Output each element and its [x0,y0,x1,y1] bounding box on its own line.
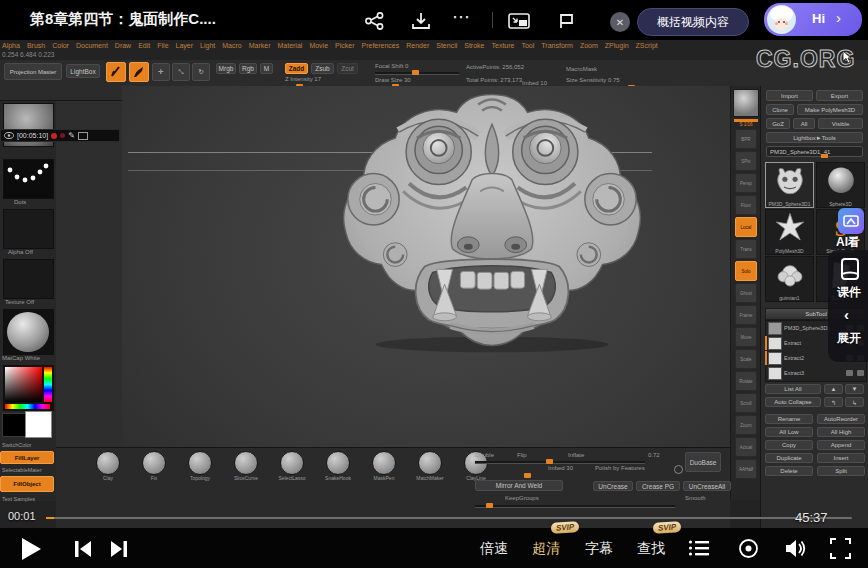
goz-visible-button[interactable]: Visible [818,118,863,129]
subtool-paint-toggle[interactable] [857,370,864,376]
courseware-label[interactable]: 课件 [837,284,861,301]
bottom-brush-slicecurve[interactable]: SliceCurve [224,451,268,481]
ai-assistant-icon[interactable] [838,208,864,234]
next-episode-button[interactable] [108,539,130,559]
menu-file[interactable]: File [157,40,168,51]
share-icon[interactable] [364,12,386,30]
hue-strip-horizontal[interactable] [5,404,50,409]
subtool-up-button[interactable]: ▲ [824,384,843,394]
subtool-all-high-button[interactable]: All High [817,427,865,437]
download-icon[interactable] [410,12,432,30]
user-avatar-pill[interactable]: Hi › [764,3,862,36]
close-summary-button[interactable]: ✕ [610,12,630,32]
imbed30-slider-label[interactable]: Imbed 30 [548,465,573,471]
right-shelf-ghost-button[interactable]: Ghost [735,283,757,303]
mrgb-button[interactable]: Mrgb [216,63,236,74]
menu-preferences[interactable]: Preferences [362,40,400,51]
record-dot2-icon[interactable] [60,133,65,138]
previous-episode-button[interactable] [72,539,94,559]
duobase-button[interactable]: DuoBase [685,452,721,472]
subtool-eye-toggle[interactable] [846,370,853,376]
subtool-append-button[interactable]: Append [817,440,865,450]
tool-polymesh3d[interactable]: PolyMesh3D [765,209,814,255]
scale-mode-button[interactable]: ⤡ [172,63,190,81]
menu-light[interactable]: Light [200,40,215,51]
subtitle-button[interactable]: 字幕 [585,540,613,558]
menu-alpha[interactable]: Alpha [2,40,20,51]
region-icon[interactable] [78,132,88,140]
focal-shift-knob[interactable] [412,70,419,75]
z-intensity-slider-label[interactable]: Z Intensity 17 [285,76,321,82]
fullscreen-icon[interactable] [830,538,851,559]
record-dot-icon[interactable] [51,133,57,139]
hue-strip[interactable] [44,367,52,402]
menu-zplugin[interactable]: ZPlugin [605,40,629,51]
imbed30-knob[interactable] [524,473,531,478]
tool-pm3d_sphere3d1[interactable]: PM3D_Sphere3D1 [765,162,814,208]
bottom-brush-maskpen[interactable]: MaskPen [362,451,406,481]
menu-marker[interactable]: Marker [249,40,271,51]
ai-label[interactable]: AI看 [836,234,860,251]
mirror-and-weld-button[interactable]: Mirror And Weld [475,480,563,491]
subtool-item[interactable]: Extract3 [766,366,866,381]
right-shelf-solo-button[interactable]: Solo [735,261,757,281]
right-shelf-frame-button[interactable]: Frame [735,305,757,325]
selectable-material-label[interactable]: SelectableMater [2,467,42,473]
menu-texture[interactable]: Texture [491,40,514,51]
preview-material-thumbnail[interactable] [733,89,759,117]
m-button[interactable]: M [260,63,273,74]
flip-label[interactable]: Flip [517,452,527,458]
fill-object-button[interactable]: FillObject [0,476,54,492]
texture-thumbnail[interactable] [3,259,54,299]
material-thumbnail[interactable] [3,309,54,355]
double-label[interactable]: Double [475,452,494,458]
keep-groups-label[interactable]: KeepGroups [505,495,539,501]
menu-tool[interactable]: Tool [521,40,534,51]
right-shelf-local-button[interactable]: Local [735,217,757,237]
goz-all-button[interactable]: All [793,118,815,129]
tool-sphere3d[interactable]: Sphere3D [816,162,865,208]
crease-pg-button[interactable]: Crease PG [636,481,680,491]
menu-zoom[interactable]: Zoom [580,40,598,51]
expand-label[interactable]: 展开 [837,330,861,347]
bottom-brush-matchmaker[interactable]: MatchMaker [408,451,452,481]
right-shelf-aahalf-button[interactable]: AAHalf [735,459,757,479]
make-polymesh3d-button[interactable]: Make PolyMesh3D [797,104,863,115]
right-shelf-scroll-button[interactable]: Scroll [735,393,757,413]
draw-mode-button[interactable] [129,62,149,82]
rotate-mode-button[interactable]: ↻ [192,63,210,81]
edit-mode-button[interactable] [106,62,126,82]
zadd-button[interactable]: Zadd [285,63,308,74]
draw-size-slider-label[interactable]: Draw Size 30 [375,77,411,83]
quality-button[interactable]: 超清 [532,540,560,558]
right-shelf-zoom-button[interactable]: Zoom [735,415,757,435]
export-button[interactable]: Export [816,90,863,101]
subtool-insert-button[interactable]: Insert [817,453,865,463]
projection-master-button[interactable]: Projection Master [4,63,62,80]
lightbox-tools-button[interactable]: Lightbox►Tools [766,132,863,143]
lightbox-button[interactable]: LightBox [66,64,100,78]
stroke-thumbnail[interactable] [3,159,54,199]
goz-button[interactable]: GoZ [766,118,790,129]
subtool-autoreorder-button[interactable]: AutoReorder [817,414,865,424]
subtool-split-button[interactable]: Split [817,466,865,476]
zsub-button[interactable]: Zsub [311,63,334,74]
subtool-rename-button[interactable]: Rename [765,414,813,424]
menu-movie[interactable]: Movie [309,40,328,51]
zcut-button[interactable]: Zcut [337,63,358,74]
playback-speed-button[interactable]: 倍速 [480,540,508,558]
alpha-thumbnail[interactable] [3,209,54,249]
smooth-label[interactable]: Smooth [685,495,706,501]
uncrease-button[interactable]: UnCrease [593,481,633,491]
more-icon[interactable]: ⋯ [452,6,474,24]
subtool-duplicate-button[interactable]: Duplicate [765,453,813,463]
menu-layer[interactable]: Layer [176,40,194,51]
secondary-color-swatch[interactable] [25,411,52,438]
inflate-knob[interactable] [546,459,553,464]
bottom-brush-fix[interactable]: Fix [132,451,176,481]
smooth-track[interactable] [475,505,675,508]
right-shelf-trans-button[interactable]: Trans [735,239,757,259]
menu-picker[interactable]: Picker [335,40,354,51]
macro-mask-label[interactable]: MacroMask [566,66,597,72]
polish-label[interactable]: Polish by Features [595,465,645,471]
